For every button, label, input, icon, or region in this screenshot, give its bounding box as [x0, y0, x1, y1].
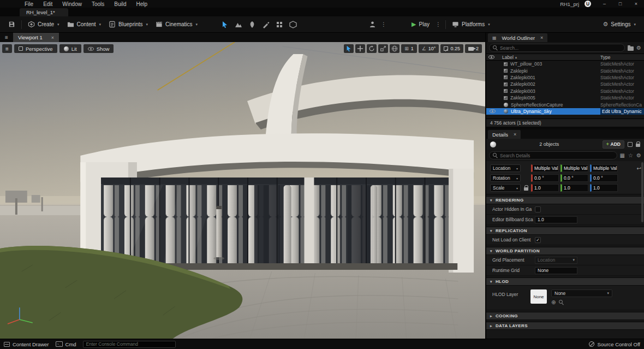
menu-help[interactable]: Help	[132, 0, 153, 8]
rotate-tool-button[interactable]	[367, 44, 377, 53]
location-dropdown[interactable]: Location ▾	[490, 164, 521, 172]
rotation-x-field[interactable]: 0.0 °	[531, 174, 559, 182]
outliner-column-header[interactable]: Label ▴ Type	[486, 54, 644, 61]
content-button[interactable]: Content ▾	[63, 19, 105, 31]
section-data-layers[interactable]: ▸DATA LAYERS	[486, 322, 644, 330]
menu-file[interactable]: File	[20, 0, 38, 8]
add-asset-icon[interactable]: ⊕	[551, 299, 556, 305]
hlod-none-chip[interactable]: None	[530, 289, 547, 304]
location-y-field[interactable]: Multiple Val	[560, 164, 588, 172]
details-settings-gear-icon[interactable]: ⚙	[636, 152, 641, 158]
show-dropdown[interactable]: Show	[84, 44, 114, 53]
billboard-scale-field[interactable]: 1.0	[535, 216, 577, 223]
section-world-partition[interactable]: ▾WORLD PARTITION	[486, 247, 644, 255]
grid-placement-dropdown[interactable]: Location ▾	[535, 257, 577, 264]
platforms-button[interactable]: Platforms ▾	[448, 19, 494, 31]
scale-lock-icon[interactable]	[524, 187, 528, 191]
mesh-paint-mode-button[interactable]	[259, 19, 272, 30]
section-replication[interactable]: ▾REPLICATION	[486, 227, 644, 235]
net-load-checkbox[interactable]: ✓	[535, 237, 541, 243]
console-command-input[interactable]	[83, 341, 176, 348]
menu-window[interactable]: Window	[57, 0, 87, 8]
settings-button[interactable]: ⚙ Settings ▾	[599, 19, 640, 31]
viewport-3d-canvas[interactable]: ≡ Perspective Lit Show	[0, 42, 485, 339]
runtime-grid-field[interactable]: None	[535, 267, 577, 274]
display-options-icon[interactable]: ▦	[620, 152, 625, 158]
menu-tools[interactable]: Tools	[87, 0, 109, 8]
type-column-header[interactable]: Type	[600, 55, 644, 60]
foliage-mode-button[interactable]	[245, 19, 259, 30]
kebab-menu-icon[interactable]: ⋮	[379, 21, 389, 27]
add-component-button[interactable]: + ADD	[603, 140, 624, 149]
section-rendering[interactable]: ▾RENDERING	[486, 196, 644, 204]
outliner-row[interactable]: SphereReflectionCapture SphereReflection…	[486, 101, 644, 108]
viewport-menu-icon[interactable]: ≡	[0, 33, 13, 42]
outliner-row[interactable]: WT_pillow_003 StaticMeshActor	[486, 61, 644, 67]
menu-build[interactable]: Build	[109, 0, 131, 8]
scale-z-field[interactable]: 1.0	[590, 184, 618, 192]
grid-snap-control[interactable]: ⊞ 1	[401, 44, 417, 53]
cinematics-button[interactable]: Cinematics ▾	[152, 19, 201, 31]
close-icon[interactable]: ×	[540, 35, 543, 40]
source-control-button[interactable]: Source Control Off	[589, 341, 640, 347]
rotation-z-field[interactable]: 0.0 °	[590, 174, 618, 182]
outliner-search-input[interactable]	[500, 45, 621, 51]
scale-snap-control[interactable]: 0.25	[440, 44, 463, 53]
label-column-header[interactable]: Label ▴	[494, 55, 600, 60]
details-search-box[interactable]	[489, 151, 617, 159]
add-folder-icon[interactable]	[628, 46, 634, 51]
visibility-eye-icon[interactable]	[488, 109, 496, 113]
actor-hidden-checkbox[interactable]	[535, 206, 541, 212]
scale-dropdown[interactable]: Scale ▾	[490, 184, 521, 192]
outliner-row[interactable]: Zaklepki001 StaticMeshActor	[486, 74, 644, 81]
section-cooking[interactable]: ▸COOKING	[486, 312, 644, 320]
favorites-star-icon[interactable]: ☆	[628, 152, 633, 158]
tab-world-outliner[interactable]: ▦ World Outliner ×	[488, 33, 547, 42]
menu-edit[interactable]: Edit	[38, 0, 57, 8]
play-options-kebab-icon[interactable]: ⋮	[433, 21, 443, 27]
reset-to-default-icon[interactable]: ↩	[637, 166, 641, 171]
outliner-search-box[interactable]	[489, 44, 625, 52]
lit-dropdown[interactable]: Lit	[59, 44, 81, 53]
camera-speed-control[interactable]: 2	[465, 44, 482, 53]
tab-level[interactable]: RH_level_1*	[20, 8, 68, 16]
outliner-row[interactable]: Zaklepki003 StaticMeshActor	[486, 88, 644, 94]
scale-x-field[interactable]: 1.0	[531, 184, 559, 192]
scale-y-field[interactable]: 1.0	[560, 184, 588, 192]
tab-viewport-1[interactable]: Viewport 1 ×	[13, 33, 59, 42]
lock-icon[interactable]	[636, 144, 640, 147]
outliner-settings-gear-icon[interactable]: ⚙	[636, 45, 641, 51]
landscape-mode-button[interactable]	[231, 19, 245, 30]
world-local-toggle-button[interactable]	[390, 44, 399, 53]
perspective-dropdown[interactable]: Perspective	[14, 44, 57, 53]
fracture-mode-button[interactable]	[286, 19, 300, 30]
scale-tool-button[interactable]	[378, 44, 388, 53]
details-scrollbar[interactable]	[641, 162, 643, 222]
modeling-mode-button[interactable]	[272, 19, 286, 30]
move-tool-button[interactable]	[355, 44, 365, 53]
edit-blueprint-button[interactable]: Edit Ultra_Dynamic	[600, 108, 644, 115]
section-hlod[interactable]: ▾HLOD	[486, 277, 644, 286]
cmd-button[interactable]: >_ Cmd	[56, 341, 76, 347]
location-z-field[interactable]: Multiple Val	[590, 164, 618, 172]
rotation-dropdown[interactable]: Rotation ▾	[490, 174, 521, 182]
select-mode-button[interactable]	[218, 19, 231, 30]
close-icon[interactable]: ×	[51, 35, 54, 40]
close-button[interactable]: ×	[628, 0, 644, 8]
tab-details[interactable]: Details ×	[488, 130, 521, 139]
select-tool-button[interactable]	[344, 44, 354, 53]
hlod-layer-dropdown[interactable]: None ▾	[551, 289, 612, 297]
rotation-snap-control[interactable]: ∠ 10°	[419, 44, 439, 53]
collaboration-button[interactable]: ⋮	[365, 19, 392, 31]
browse-icon[interactable]	[628, 142, 633, 147]
visibility-column-eye-icon[interactable]	[488, 55, 494, 59]
content-drawer-button[interactable]: Content Drawer	[4, 341, 49, 347]
minimize-button[interactable]: –	[597, 0, 612, 8]
location-x-field[interactable]: Multiple Val	[531, 164, 559, 172]
save-button[interactable]	[4, 19, 19, 31]
blueprints-button[interactable]: Blueprints ▾	[105, 19, 152, 31]
browse-asset-icon[interactable]	[559, 300, 564, 305]
maximize-button[interactable]: □	[612, 0, 628, 8]
outliner-row[interactable]: Zaklepki005 StaticMeshActor	[486, 94, 644, 101]
play-button[interactable]: ▶ Play	[408, 19, 433, 31]
